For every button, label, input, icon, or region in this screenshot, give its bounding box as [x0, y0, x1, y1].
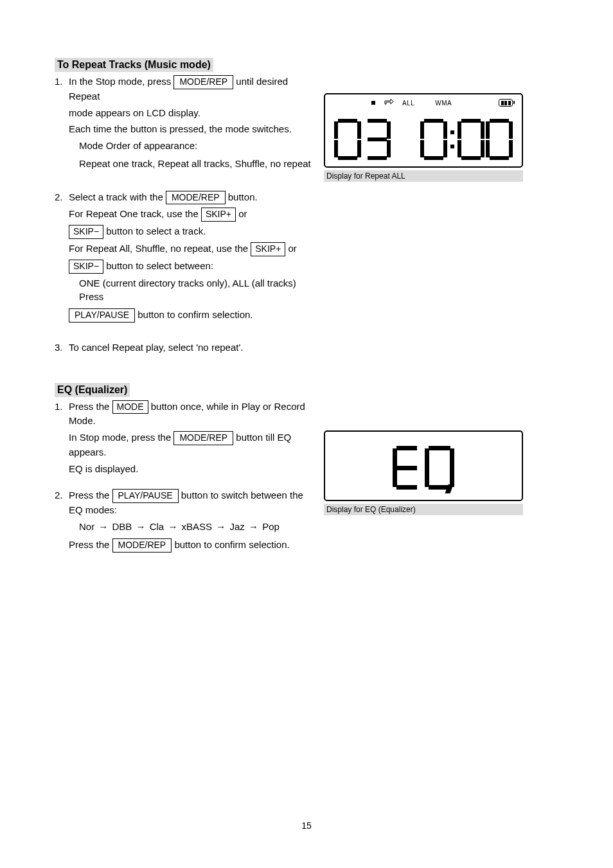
arrow-icon: → — [166, 521, 179, 532]
digit-0 — [334, 119, 361, 160]
digit-0 — [420, 119, 447, 160]
text: button. — [228, 191, 258, 202]
text: or — [289, 243, 297, 254]
repeat-step-1: In the Stop mode, press MODE/REP until d… — [69, 75, 318, 103]
mode-order-line: Repeat one track, Repeat all tracks, Shu… — [79, 157, 318, 171]
lcd-display: ALL WMA — [324, 93, 523, 168]
all-label: ALL — [402, 100, 414, 107]
text: or — [238, 208, 247, 219]
mode-rep-button: MODE/REP — [173, 431, 233, 445]
text: button to select between: — [106, 260, 213, 271]
eq-mode-sequence: Nor → DBB → Cla → xBASS → Jaz → Pop — [79, 520, 318, 534]
eq-mode: Cla — [150, 521, 164, 532]
mode-rep-button: MODE/REP — [112, 538, 172, 553]
text: mode appears on LCD display. — [69, 106, 318, 120]
digit-3 — [364, 119, 391, 160]
text: For Repeat All, Shuffle, no repeat, use … — [69, 242, 318, 256]
text: For Repeat One track, use the SKIP+ or — [69, 207, 318, 222]
text: Press the MODE/REP button to confirm sel… — [69, 538, 318, 553]
lcd-figure-eq: Display for EQ (Equalizer) — [324, 430, 523, 515]
text: In the Stop mode, press — [69, 76, 173, 87]
text: Each time the button is pressed, the mod… — [69, 122, 318, 136]
text: button to confirm selection. — [138, 309, 253, 320]
text: In Stop mode, press the — [69, 432, 173, 443]
eq-mode: Jaz — [229, 521, 244, 532]
figure-caption: Display for Repeat ALL — [324, 170, 523, 182]
eq-step-2: Press the PLAY/PAUSE button to switch be… — [69, 488, 318, 517]
text: button to select a track. — [106, 226, 206, 236]
page-number: 15 — [301, 820, 312, 831]
eq-mode: DBB — [112, 521, 132, 532]
text: Press the — [69, 401, 112, 412]
text: ONE (current directory tracks only), ALL… — [79, 278, 296, 303]
lcd-figure-repeat: ALL WMA — [324, 93, 523, 182]
repeat-step-3: To cancel Repeat play, select 'no repeat… — [69, 341, 318, 355]
text: For Repeat All, Shuffle, no repeat, use … — [69, 243, 251, 254]
text: SKIP− button to select a track. — [69, 224, 318, 239]
skip-back-button: SKIP− — [69, 260, 103, 274]
eq-section-title: EQ (Equalizer) — [55, 383, 130, 397]
text: ONE (current directory tracks only), ALL… — [79, 276, 318, 305]
letter-e — [393, 446, 421, 490]
skip-forward-button: SKIP+ — [251, 242, 285, 256]
text: PLAY/PAUSE button to confirm selection. — [69, 308, 318, 323]
eq-mode: Nor — [79, 521, 94, 532]
lcd-display — [324, 430, 523, 501]
mode-button: MODE — [112, 400, 148, 414]
text: SKIP− button to select between: — [69, 259, 318, 274]
eq-mode: xBASS — [182, 521, 213, 532]
eq-mode: Pop — [262, 521, 280, 532]
mode-rep-button: MODE/REP — [166, 191, 226, 205]
wma-label: WMA — [435, 100, 452, 107]
repeat-step-2: Select a track with the MODE/REP button. — [69, 190, 318, 205]
figure-caption: Display for EQ (Equalizer) — [324, 504, 523, 515]
text: In Stop mode, press the MODE/REP button … — [69, 430, 318, 459]
arrow-icon: → — [135, 521, 147, 532]
digit-0 — [458, 119, 484, 160]
lcd-eq-readout — [325, 446, 522, 490]
play-pause-button: PLAY/PAUSE — [112, 489, 179, 503]
text: For Repeat One track, use the — [69, 208, 201, 219]
eq-step-1: Press the MODE button once, while in Pla… — [69, 400, 318, 429]
digit-0 — [486, 119, 513, 160]
play-pause-button: PLAY/PAUSE — [69, 308, 135, 323]
battery-icon — [499, 99, 513, 107]
mode-rep-button: MODE/REP — [173, 75, 233, 89]
text: EQ is displayed. — [69, 462, 318, 476]
skip-forward-button: SKIP+ — [201, 208, 236, 222]
stop-icon — [371, 101, 375, 105]
repeat-icon — [384, 98, 393, 107]
arrow-icon: → — [215, 521, 227, 532]
colon — [449, 119, 456, 160]
repeat-section-title: To Repeat Tracks (Music mode) — [55, 58, 213, 72]
arrow-icon: → — [247, 521, 260, 532]
letter-q — [425, 446, 454, 490]
text: Select a track with the — [69, 191, 166, 202]
arrow-icon: → — [97, 521, 109, 532]
text: Press the — [69, 490, 112, 500]
lcd-main-readout — [334, 114, 513, 160]
skip-back-button: SKIP− — [69, 225, 103, 239]
mode-order-label: Mode Order of appearance: — [79, 139, 318, 153]
text: button to confirm selection. — [174, 539, 289, 550]
text: Press the — [69, 539, 112, 550]
